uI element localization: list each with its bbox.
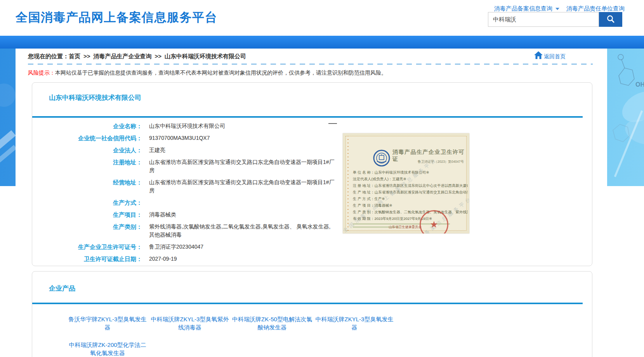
back-home-link[interactable]: 返回首页 — [534, 51, 566, 61]
certificate-issuer: 山东省卫生健康委员会 — [389, 225, 422, 230]
product-list-item: 中科瑞沃牌ZK-50型电解法次氯酸钠发生器 — [231, 315, 313, 331]
field-label: 企业名称： — [32, 122, 142, 130]
breadcrumb-prefix: 您现在的位置： — [28, 53, 69, 59]
nav-record-query-link[interactable]: 消毒产品备案信息查询 — [494, 5, 552, 12]
search-icon — [606, 14, 615, 25]
breadcrumb-current: 山东中科瑞沃环境技术有限公司 — [165, 53, 246, 59]
svg-text:OH: OH — [635, 81, 644, 88]
blue-divider — [32, 303, 583, 304]
header-band — [0, 36, 644, 49]
left-decor-graphic — [0, 49, 17, 186]
field-label: 生产类别： — [32, 223, 142, 239]
risk-label: 风险提示： — [28, 70, 55, 76]
breadcrumb-separator: >> — [83, 53, 90, 59]
certificate-line: 生 产 项 目：消毒器械※ — [353, 202, 468, 209]
back-home-label: 返回首页 — [544, 53, 566, 61]
breadcrumb-separator: >> — [155, 53, 162, 59]
certificate-number: 鲁卫消证字（2023）第04047号 — [418, 160, 464, 164]
company-field-row: 企业法人： 王建亮 — [32, 144, 362, 156]
search-input[interactable] — [488, 12, 599, 27]
product-list-item: 中科瑞沃牌ZK-200型化学法二氧化氯发生器 — [66, 341, 149, 357]
company-field-row: 企业统一社会信用代码： 91370700MA3M3U1QX7 — [32, 132, 362, 144]
certificate-line: 法定代表人(或负责人)：王建亮※ — [353, 176, 468, 182]
field-label: 注册地址： — [32, 158, 142, 174]
risk-text: 本网站仅基于已掌握的信息提供查询服务，查询结果不代表本网站对被查询对象信用状况的… — [55, 70, 387, 76]
home-icon — [534, 51, 543, 61]
company-field-row: 经营地址： 山东省潍坊市高新区潍安路与宝通街交叉路口东北角自动变速器一期项目1#… — [32, 176, 362, 197]
product-link[interactable]: 中科瑞沃牌ZKYL-3型臭氧发生器 — [316, 316, 394, 331]
certificate-emblem-icon — [373, 150, 390, 168]
content-wrapper: 您现在的位置：首页>>消毒产品生产企业查询>>山东中科瑞沃环境技术有限公司 返回… — [16, 49, 607, 357]
certificate-text-lines: 单 位 名 称：山东中科瑞沃环境技术有限公司※ 法定代表人(或负责人)：王建亮※… — [353, 169, 468, 222]
products-card: 企业产品 鲁沃华宇牌ZKYL-3型臭氧发生器 中科瑞沃牌ZKYL-3型臭氧紫外线… — [32, 271, 592, 357]
field-label: 卫生许可证截止日期： — [32, 255, 142, 263]
field-value — [149, 199, 335, 207]
company-field-row: 企业名称： 山东中科瑞沃环境技术有限公司 — [32, 120, 362, 132]
chevron-down-icon[interactable] — [555, 8, 559, 10]
certificate-line: 单 位 名 称：山东中科瑞沃环境技术有限公司※ — [353, 169, 468, 176]
certificate-line: 生 产 方 式：生产※ — [353, 195, 468, 202]
field-value: 紫外线消毒器,次氯酸钠发生器,二氧化氯发生器,臭氧发生器、 臭氧水发生器,其他器… — [149, 223, 335, 239]
field-label: 生产项目： — [32, 211, 142, 219]
nav-unit-query-link[interactable]: 消毒产品责任单位查询 — [566, 5, 625, 12]
product-list-item: 鲁沃华宇牌ZKYL-3型臭氧发生器 — [66, 315, 149, 331]
field-label: 生产方式： — [32, 199, 142, 207]
search-button[interactable] — [599, 12, 622, 27]
certificate-line: 有 效 期 限：2023年9月20日至2027年9月19日※ — [353, 215, 468, 222]
molecule-decor-graphic: OH — [605, 49, 644, 186]
product-list: 鲁沃华宇牌ZKYL-3型臭氧发生器 中科瑞沃牌ZKYL-3型臭氧紫外线消毒器 中… — [66, 311, 474, 357]
page-root: 全国消毒产品网上备案信息服务平台 消毒产品备案信息查询 消毒产品责任单位查询 — [0, 0, 644, 357]
field-label: 生产企业卫生许可证号： — [32, 243, 142, 251]
field-value: 91370700MA3M3U1QX7 — [149, 134, 335, 142]
site-title: 全国消毒产品网上备案信息服务平台 — [16, 9, 217, 26]
company-card-title: 山东中科瑞沃环境技术有限公司 — [49, 93, 141, 102]
certificate-line: 注 册 地 址：山东省潍坊高新区玉清东街以北中心次干道以西高新大厦902号科研楼 — [353, 182, 468, 189]
company-fields: 企业名称： 山东中科瑞沃环境技术有限公司 企业统一社会信用代码： 9137070… — [32, 120, 362, 265]
license-certificate-image: 全国消毒产品网上备案信息服务平台 全国消毒产品网上备案信息服务平台 消毒产品生产… — [343, 133, 469, 233]
field-value: 2027-09-19 — [149, 255, 335, 263]
certificate-border-pattern — [347, 136, 349, 231]
field-value: 消毒器械类 — [149, 211, 335, 219]
product-link[interactable]: 中科瑞沃牌ZK-50型电解法次氯酸钠发生器 — [232, 316, 312, 331]
field-label: 经营地址： — [32, 178, 142, 195]
company-info-card: 山东中科瑞沃环境技术有限公司 企业名称： 山东中科瑞沃环境技术有限公司 企业统一… — [32, 82, 592, 266]
breadcrumb-level1-link[interactable]: 消毒产品生产企业查询 — [94, 53, 152, 59]
company-field-row: 生产方式： — [32, 197, 362, 209]
product-link[interactable]: 中科瑞沃牌ZKYL-3型臭氧紫外线消毒器 — [151, 316, 229, 331]
product-link[interactable]: 中科瑞沃牌ZK-200型化学法二氧化氯发生器 — [69, 341, 146, 356]
field-value: 王建亮 — [149, 146, 335, 154]
product-link[interactable]: 鲁沃华宇牌ZKYL-3型臭氧发生器 — [69, 316, 147, 331]
blue-divider — [32, 116, 583, 118]
company-field-row: 生产类别： 紫外线消毒器,次氯酸钠发生器,二氧化氯发生器,臭氧发生器、 臭氧水发… — [32, 221, 362, 241]
search-box — [488, 12, 622, 27]
breadcrumb-home-link[interactable]: 首页 — [69, 53, 80, 59]
company-field-row: 注册地址： 山东省潍坊市高新区潍安路与宝通街交叉路口东北角自动变速器一期项目1#… — [32, 156, 362, 176]
field-value: 山东省潍坊市高新区潍安路与宝通街交叉路口东北角自动变速器一期项目1#厂房 — [149, 158, 335, 174]
breadcrumb: 您现在的位置：首页>>消毒产品生产企业查询>>山东中科瑞沃环境技术有限公司 — [28, 53, 246, 60]
dashed-divider — [28, 64, 593, 64]
field-value: 山东省潍坊市高新区潍安路与宝通街交叉路口东北角自动变速器一期项目1#厂房 — [149, 178, 335, 195]
field-value: 山东中科瑞沃环境技术有限公司 — [149, 122, 335, 130]
certificate-line: 生 产 类 别：次氯酸钠发生器、二氧化氯发生器、臭氧发生器、紫外线消毒器※ — [353, 209, 468, 215]
top-nav: 消毒产品备案信息查询 消毒产品责任单位查询 — [494, 5, 626, 12]
field-label: 企业法人： — [32, 146, 142, 154]
field-value: 鲁卫消证字202304047 — [149, 243, 335, 251]
field-label: 企业统一社会信用代码： — [32, 134, 142, 142]
scan-artifact-dash — [328, 123, 337, 124]
product-list-item: 中科瑞沃牌ZKYL-3型臭氧发生器 — [313, 315, 396, 331]
certificate-line: 生 产 地 址：山东省潍坊市高新区潍安路与宝通街交叉路口东北角自动变速器一期项目… — [353, 189, 468, 195]
products-card-title: 企业产品 — [49, 284, 75, 293]
company-field-row: 生产项目： 消毒器械类 — [32, 209, 362, 221]
company-field-row: 生产企业卫生许可证号： 鲁卫消证字202304047 — [32, 241, 362, 253]
company-field-row: 卫生许可证截止日期： 2027-09-19 — [32, 253, 362, 265]
risk-notice: 风险提示：本网站仅基于已掌握的信息提供查询服务，查询结果不代表本网站对被查询对象… — [28, 70, 571, 77]
product-list-item: 中科瑞沃牌ZKYL-3型臭氧紫外线消毒器 — [149, 315, 231, 331]
